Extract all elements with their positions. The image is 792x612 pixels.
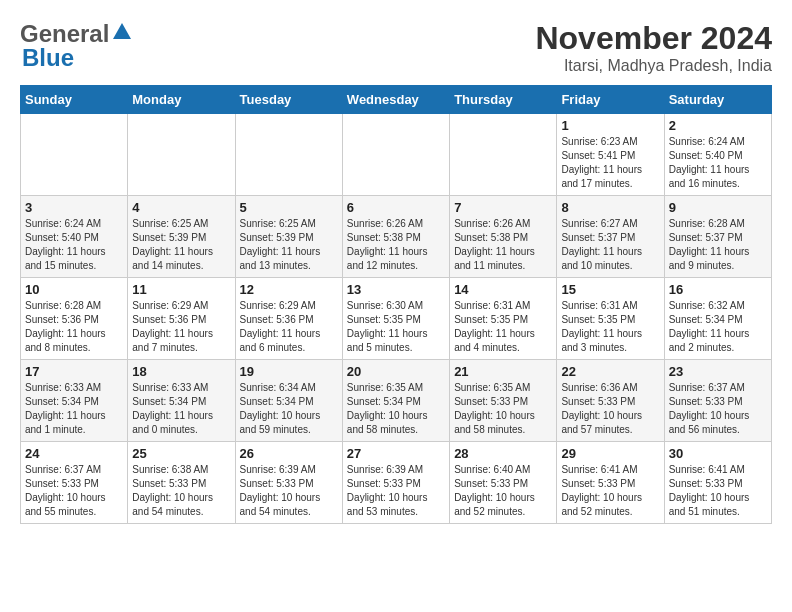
day-cell: 20Sunrise: 6:35 AM Sunset: 5:34 PM Dayli… bbox=[342, 360, 449, 442]
day-number: 26 bbox=[240, 446, 338, 461]
logo-icon bbox=[111, 21, 133, 43]
day-cell bbox=[450, 114, 557, 196]
day-number: 25 bbox=[132, 446, 230, 461]
location: Itarsi, Madhya Pradesh, India bbox=[535, 57, 772, 75]
day-cell: 22Sunrise: 6:36 AM Sunset: 5:33 PM Dayli… bbox=[557, 360, 664, 442]
day-cell bbox=[235, 114, 342, 196]
day-detail: Sunrise: 6:31 AM Sunset: 5:35 PM Dayligh… bbox=[454, 299, 552, 355]
day-number: 15 bbox=[561, 282, 659, 297]
weekday-header-row: SundayMondayTuesdayWednesdayThursdayFrid… bbox=[21, 86, 772, 114]
day-detail: Sunrise: 6:36 AM Sunset: 5:33 PM Dayligh… bbox=[561, 381, 659, 437]
day-cell bbox=[342, 114, 449, 196]
day-cell: 3Sunrise: 6:24 AM Sunset: 5:40 PM Daylig… bbox=[21, 196, 128, 278]
day-cell: 30Sunrise: 6:41 AM Sunset: 5:33 PM Dayli… bbox=[664, 442, 771, 524]
week-row-5: 24Sunrise: 6:37 AM Sunset: 5:33 PM Dayli… bbox=[21, 442, 772, 524]
day-cell bbox=[21, 114, 128, 196]
weekday-header-friday: Friday bbox=[557, 86, 664, 114]
day-detail: Sunrise: 6:25 AM Sunset: 5:39 PM Dayligh… bbox=[132, 217, 230, 273]
day-detail: Sunrise: 6:39 AM Sunset: 5:33 PM Dayligh… bbox=[347, 463, 445, 519]
day-cell: 15Sunrise: 6:31 AM Sunset: 5:35 PM Dayli… bbox=[557, 278, 664, 360]
svg-marker-0 bbox=[113, 23, 131, 39]
logo: General Blue bbox=[20, 20, 133, 72]
day-detail: Sunrise: 6:28 AM Sunset: 5:36 PM Dayligh… bbox=[25, 299, 123, 355]
day-number: 24 bbox=[25, 446, 123, 461]
week-row-4: 17Sunrise: 6:33 AM Sunset: 5:34 PM Dayli… bbox=[21, 360, 772, 442]
day-cell: 1Sunrise: 6:23 AM Sunset: 5:41 PM Daylig… bbox=[557, 114, 664, 196]
week-row-1: 1Sunrise: 6:23 AM Sunset: 5:41 PM Daylig… bbox=[21, 114, 772, 196]
weekday-header-wednesday: Wednesday bbox=[342, 86, 449, 114]
day-detail: Sunrise: 6:23 AM Sunset: 5:41 PM Dayligh… bbox=[561, 135, 659, 191]
day-detail: Sunrise: 6:39 AM Sunset: 5:33 PM Dayligh… bbox=[240, 463, 338, 519]
day-number: 1 bbox=[561, 118, 659, 133]
day-cell: 10Sunrise: 6:28 AM Sunset: 5:36 PM Dayli… bbox=[21, 278, 128, 360]
day-detail: Sunrise: 6:32 AM Sunset: 5:34 PM Dayligh… bbox=[669, 299, 767, 355]
day-number: 29 bbox=[561, 446, 659, 461]
day-cell: 18Sunrise: 6:33 AM Sunset: 5:34 PM Dayli… bbox=[128, 360, 235, 442]
day-number: 21 bbox=[454, 364, 552, 379]
day-cell: 7Sunrise: 6:26 AM Sunset: 5:38 PM Daylig… bbox=[450, 196, 557, 278]
day-number: 20 bbox=[347, 364, 445, 379]
day-cell: 17Sunrise: 6:33 AM Sunset: 5:34 PM Dayli… bbox=[21, 360, 128, 442]
week-row-3: 10Sunrise: 6:28 AM Sunset: 5:36 PM Dayli… bbox=[21, 278, 772, 360]
day-detail: Sunrise: 6:24 AM Sunset: 5:40 PM Dayligh… bbox=[669, 135, 767, 191]
day-number: 19 bbox=[240, 364, 338, 379]
day-number: 22 bbox=[561, 364, 659, 379]
day-cell: 19Sunrise: 6:34 AM Sunset: 5:34 PM Dayli… bbox=[235, 360, 342, 442]
day-number: 28 bbox=[454, 446, 552, 461]
day-detail: Sunrise: 6:28 AM Sunset: 5:37 PM Dayligh… bbox=[669, 217, 767, 273]
day-detail: Sunrise: 6:27 AM Sunset: 5:37 PM Dayligh… bbox=[561, 217, 659, 273]
day-detail: Sunrise: 6:33 AM Sunset: 5:34 PM Dayligh… bbox=[25, 381, 123, 437]
weekday-header-tuesday: Tuesday bbox=[235, 86, 342, 114]
day-detail: Sunrise: 6:37 AM Sunset: 5:33 PM Dayligh… bbox=[25, 463, 123, 519]
day-cell: 9Sunrise: 6:28 AM Sunset: 5:37 PM Daylig… bbox=[664, 196, 771, 278]
day-cell: 4Sunrise: 6:25 AM Sunset: 5:39 PM Daylig… bbox=[128, 196, 235, 278]
day-detail: Sunrise: 6:40 AM Sunset: 5:33 PM Dayligh… bbox=[454, 463, 552, 519]
day-number: 18 bbox=[132, 364, 230, 379]
day-number: 16 bbox=[669, 282, 767, 297]
day-number: 2 bbox=[669, 118, 767, 133]
day-detail: Sunrise: 6:29 AM Sunset: 5:36 PM Dayligh… bbox=[240, 299, 338, 355]
day-detail: Sunrise: 6:37 AM Sunset: 5:33 PM Dayligh… bbox=[669, 381, 767, 437]
day-cell: 12Sunrise: 6:29 AM Sunset: 5:36 PM Dayli… bbox=[235, 278, 342, 360]
day-number: 30 bbox=[669, 446, 767, 461]
day-cell: 26Sunrise: 6:39 AM Sunset: 5:33 PM Dayli… bbox=[235, 442, 342, 524]
day-detail: Sunrise: 6:26 AM Sunset: 5:38 PM Dayligh… bbox=[454, 217, 552, 273]
day-detail: Sunrise: 6:35 AM Sunset: 5:33 PM Dayligh… bbox=[454, 381, 552, 437]
day-cell: 6Sunrise: 6:26 AM Sunset: 5:38 PM Daylig… bbox=[342, 196, 449, 278]
day-detail: Sunrise: 6:41 AM Sunset: 5:33 PM Dayligh… bbox=[669, 463, 767, 519]
day-number: 7 bbox=[454, 200, 552, 215]
day-number: 12 bbox=[240, 282, 338, 297]
day-number: 17 bbox=[25, 364, 123, 379]
day-number: 27 bbox=[347, 446, 445, 461]
day-cell: 29Sunrise: 6:41 AM Sunset: 5:33 PM Dayli… bbox=[557, 442, 664, 524]
day-detail: Sunrise: 6:30 AM Sunset: 5:35 PM Dayligh… bbox=[347, 299, 445, 355]
day-number: 6 bbox=[347, 200, 445, 215]
day-cell: 11Sunrise: 6:29 AM Sunset: 5:36 PM Dayli… bbox=[128, 278, 235, 360]
day-detail: Sunrise: 6:25 AM Sunset: 5:39 PM Dayligh… bbox=[240, 217, 338, 273]
day-detail: Sunrise: 6:33 AM Sunset: 5:34 PM Dayligh… bbox=[132, 381, 230, 437]
day-number: 10 bbox=[25, 282, 123, 297]
day-number: 9 bbox=[669, 200, 767, 215]
day-number: 13 bbox=[347, 282, 445, 297]
day-detail: Sunrise: 6:35 AM Sunset: 5:34 PM Dayligh… bbox=[347, 381, 445, 437]
day-cell: 25Sunrise: 6:38 AM Sunset: 5:33 PM Dayli… bbox=[128, 442, 235, 524]
day-number: 4 bbox=[132, 200, 230, 215]
day-cell: 28Sunrise: 6:40 AM Sunset: 5:33 PM Dayli… bbox=[450, 442, 557, 524]
day-number: 14 bbox=[454, 282, 552, 297]
day-cell: 27Sunrise: 6:39 AM Sunset: 5:33 PM Dayli… bbox=[342, 442, 449, 524]
day-number: 5 bbox=[240, 200, 338, 215]
logo-blue: Blue bbox=[20, 44, 74, 72]
day-detail: Sunrise: 6:41 AM Sunset: 5:33 PM Dayligh… bbox=[561, 463, 659, 519]
day-number: 23 bbox=[669, 364, 767, 379]
day-detail: Sunrise: 6:31 AM Sunset: 5:35 PM Dayligh… bbox=[561, 299, 659, 355]
day-detail: Sunrise: 6:24 AM Sunset: 5:40 PM Dayligh… bbox=[25, 217, 123, 273]
day-cell bbox=[128, 114, 235, 196]
day-number: 8 bbox=[561, 200, 659, 215]
day-detail: Sunrise: 6:29 AM Sunset: 5:36 PM Dayligh… bbox=[132, 299, 230, 355]
week-row-2: 3Sunrise: 6:24 AM Sunset: 5:40 PM Daylig… bbox=[21, 196, 772, 278]
weekday-header-thursday: Thursday bbox=[450, 86, 557, 114]
day-cell: 23Sunrise: 6:37 AM Sunset: 5:33 PM Dayli… bbox=[664, 360, 771, 442]
day-detail: Sunrise: 6:34 AM Sunset: 5:34 PM Dayligh… bbox=[240, 381, 338, 437]
day-cell: 14Sunrise: 6:31 AM Sunset: 5:35 PM Dayli… bbox=[450, 278, 557, 360]
day-detail: Sunrise: 6:38 AM Sunset: 5:33 PM Dayligh… bbox=[132, 463, 230, 519]
